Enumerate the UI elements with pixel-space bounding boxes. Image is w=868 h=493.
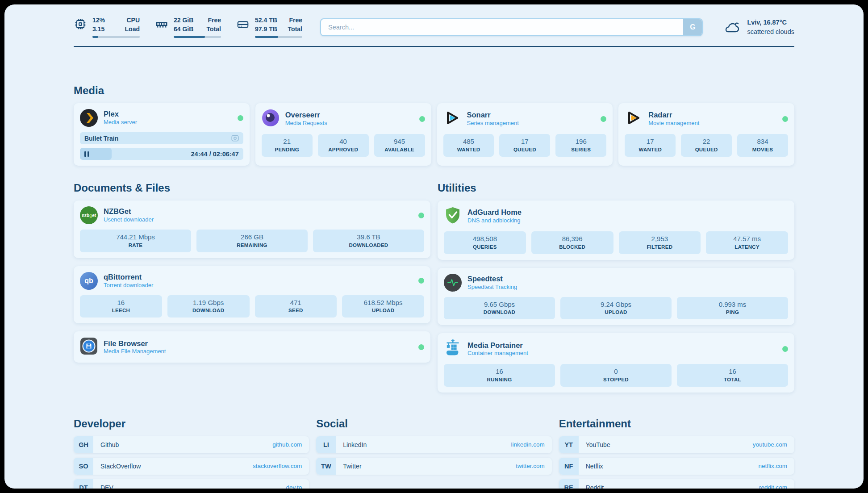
stat-value: 16 — [446, 367, 553, 376]
stat-value: 40 — [320, 137, 367, 146]
radarr-card[interactable]: Radarr Movie management 17 WANTED 22 QUE… — [618, 103, 794, 166]
stat-value: 16 — [679, 367, 786, 376]
link-url[interactable]: netflix.com — [758, 463, 787, 469]
stat-box: 22 QUEUED — [681, 134, 732, 157]
stat-label: FILTERED — [621, 243, 699, 251]
link-url[interactable]: linkedin.com — [511, 441, 545, 448]
stat-box: 39.6 TB DOWNLOADED — [313, 230, 424, 252]
stat-value: 9.65 Gbps — [446, 300, 553, 309]
link-name: YouTube — [586, 441, 610, 448]
stat-box: 266 GB REMAINING — [196, 230, 308, 252]
search-engine-button[interactable]: G — [683, 19, 702, 35]
stat-box: 0.993 ms PING — [677, 297, 788, 320]
disk-stat: 52.4 TB Free 97.9 TB Total — [236, 16, 302, 38]
link-youtube[interactable]: YT YouTube youtube.com — [559, 436, 794, 453]
link-github[interactable]: GH Github github.com — [74, 436, 309, 453]
app-subtitle: Container management — [467, 350, 528, 357]
adguard-card[interactable]: AdGuard Home DNS and adblocking 498,508 … — [438, 201, 794, 260]
stat-value: 618.52 Mbps — [344, 298, 422, 307]
stat-label: UPLOAD — [562, 309, 670, 316]
ram-progress-bar — [174, 36, 221, 38]
qbittorrent-card[interactable]: qb qBittorrent Torrent downloader 16 — [74, 266, 430, 324]
status-dot — [418, 278, 424, 284]
disk-label1: Free — [289, 16, 302, 25]
link-badge: SO — [74, 458, 93, 475]
status-dot — [782, 116, 788, 122]
stat-box: 834 MOVIES — [737, 134, 788, 157]
stat-value: 498,508 — [446, 234, 524, 243]
stat-label: WANTED — [626, 146, 674, 153]
disk-progress-fill — [255, 36, 278, 38]
stat-box: 498,508 QUERIES — [444, 231, 526, 254]
status-dot — [419, 116, 425, 122]
app-subtitle: Media Requests — [285, 120, 327, 127]
overseerr-icon — [262, 109, 280, 129]
link-dev[interactable]: DT DEV dev.to — [74, 479, 309, 489]
ram-free: 22 GiB — [174, 16, 193, 25]
app-title: Radarr — [648, 110, 699, 120]
link-linkedin[interactable]: LI LinkedIn linkedin.com — [316, 436, 551, 453]
stat-value: 834 — [739, 137, 786, 146]
link-url[interactable]: stackoverflow.com — [253, 463, 302, 469]
stat-box: 17 QUEUED — [499, 134, 550, 157]
link-twitter[interactable]: TW Twitter twitter.com — [316, 458, 551, 475]
stat-box: 618.52 Mbps UPLOAD — [342, 295, 424, 318]
app-title: Overseerr — [285, 110, 327, 120]
stat-value: 9.24 Gbps — [562, 300, 670, 309]
stat-label: REMAINING — [198, 242, 306, 249]
disk-total: 97.9 TB — [255, 25, 277, 34]
link-stackoverflow[interactable]: SO StackOverflow stackoverflow.com — [74, 458, 309, 475]
stat-label: LEECH — [82, 307, 160, 314]
filebrowser-card[interactable]: File Browser Media File Management — [74, 331, 430, 363]
ram-total: 64 GiB — [174, 25, 193, 34]
stat-label: DOWNLOAD — [446, 309, 553, 316]
speedtest-card[interactable]: Speedtest Speedtest Tracking 9.65 Gbps D… — [438, 268, 794, 326]
app-title: Plex — [104, 109, 137, 119]
overseerr-card[interactable]: Overseerr Media Requests 21 PENDING 40 A… — [255, 103, 431, 166]
ram-label2: Total — [207, 25, 221, 34]
stat-label: APPROVED — [320, 146, 367, 153]
link-url[interactable]: youtube.com — [753, 441, 787, 448]
stat-value: 266 GB — [198, 233, 306, 242]
ram-icon — [155, 17, 168, 31]
plex-icon — [80, 109, 98, 127]
stat-value: 86,396 — [533, 234, 612, 243]
stat-box: 1.19 Gbps DOWNLOAD — [167, 295, 250, 318]
playback-time: 24:44 / 02:06:47 — [191, 148, 239, 160]
link-url[interactable]: github.com — [272, 441, 302, 448]
link-badge: TW — [316, 458, 336, 475]
link-name: Reddit — [586, 484, 604, 489]
link-url[interactable]: twitter.com — [516, 463, 545, 469]
plex-card[interactable]: Plex Media server Bullet Train 24:44 / 0 — [74, 103, 250, 166]
nzbget-card[interactable]: nzbget NZBGet Usenet downloader 744.21 M… — [74, 201, 430, 258]
now-playing-row: Bullet Train — [80, 132, 243, 144]
link-name: StackOverflow — [100, 463, 141, 470]
portainer-card[interactable]: Media Portainer Container management 16 … — [438, 333, 794, 393]
link-reddit[interactable]: RE Reddit reddit.com — [559, 479, 794, 489]
stat-value: 196 — [557, 137, 605, 146]
status-dot — [418, 344, 424, 350]
weather-condition: scattered clouds — [747, 27, 794, 37]
sonarr-icon — [443, 109, 461, 129]
social-heading: Social — [316, 418, 551, 430]
cpu-progress-bar — [92, 36, 140, 38]
stat-label: LATENCY — [708, 243, 786, 251]
link-netflix[interactable]: NF Netflix netflix.com — [559, 458, 794, 475]
link-url[interactable]: dev.to — [286, 484, 302, 489]
header-divider — [74, 46, 794, 47]
sonarr-card[interactable]: Sonarr Series management 485 WANTED 17 Q… — [437, 103, 613, 166]
status-dot — [782, 346, 788, 352]
developer-heading: Developer — [74, 418, 309, 430]
stat-box: 2,953 FILTERED — [619, 231, 701, 254]
cloud-icon — [723, 20, 741, 34]
search-input[interactable] — [320, 18, 703, 36]
stat-value: 485 — [445, 137, 492, 146]
app-title: File Browser — [104, 339, 166, 348]
social-section: Social LI LinkedIn linkedin.com TW Twitt… — [316, 418, 551, 475]
stat-box: 47.57 ms LATENCY — [706, 231, 788, 254]
stat-label: QUEUED — [683, 146, 730, 153]
status-dot — [418, 213, 424, 218]
system-stats: 12% CPU 3.15 Load — [74, 16, 302, 38]
link-url[interactable]: reddit.com — [759, 484, 787, 489]
app-subtitle: Speedtest Tracking — [467, 284, 517, 291]
